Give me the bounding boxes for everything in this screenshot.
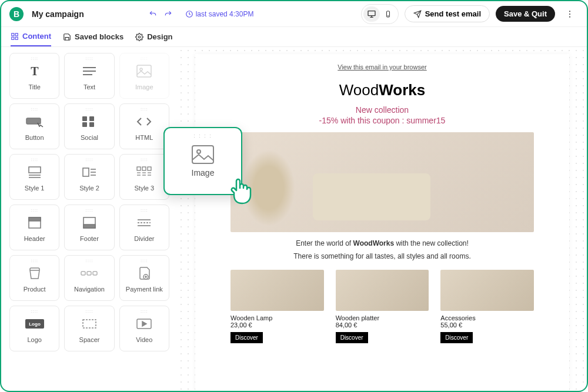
clock-icon: [185, 10, 193, 18]
intro-text-2: There is something for all tastes, all s…: [230, 252, 534, 260]
tab-design[interactable]: Design: [135, 32, 172, 46]
undo-icon[interactable]: [149, 10, 157, 18]
svg-rect-23: [29, 167, 41, 173]
block-image[interactable]: :::: Image: [119, 53, 169, 99]
block-video[interactable]: :::: Video: [119, 306, 169, 351]
svg-rect-26: [83, 168, 89, 176]
product-price: 55,00 €: [440, 321, 534, 329]
dragged-block-image[interactable]: : : : : Image: [163, 127, 242, 195]
block-label: Divider: [134, 235, 154, 242]
svg-rect-30: [137, 167, 141, 170]
image-icon: [136, 61, 152, 81]
block-title[interactable]: :::: T Title: [9, 53, 59, 99]
topbar: B My campaign last saved 4:30PM Send tes…: [1, 1, 587, 27]
content-icon: [11, 32, 19, 41]
save-quit-button[interactable]: Save & Quit: [496, 6, 555, 22]
block-divider[interactable]: :::: Divider: [119, 205, 169, 250]
dragged-block-label: Image: [192, 168, 215, 177]
block-label: Style 1: [25, 185, 45, 192]
svg-rect-10: [15, 37, 18, 39]
block-style2[interactable]: :::: Style 2: [64, 154, 114, 200]
product-card: Wooden Lamp 23,00 € Discover: [230, 270, 324, 343]
video-icon: [136, 314, 152, 334]
svg-rect-32: [148, 167, 151, 170]
sidebar-tabs: Content Saved blocks Design: [1, 27, 587, 47]
intro-text: Enter the world of WoodWorks with the ne…: [230, 239, 534, 247]
block-label: Title: [28, 83, 40, 91]
block-payment-link[interactable]: :::: Payment link: [119, 255, 169, 301]
block-navigation[interactable]: :::: Navigation: [64, 255, 114, 301]
divider-icon: [136, 213, 152, 233]
email-canvas[interactable]: View this email in your browser WoodWork…: [195, 54, 569, 390]
promo-line-2: -15% with this coupon : summer15: [230, 116, 534, 125]
svg-rect-18: [26, 118, 41, 124]
footer-icon: [82, 213, 96, 233]
discover-button[interactable]: Discover: [440, 332, 473, 343]
redo-icon[interactable]: [164, 10, 172, 18]
svg-point-17: [140, 68, 142, 71]
block-button[interactable]: :::: Button: [9, 103, 59, 149]
block-label: HTML: [135, 134, 153, 141]
block-spacer[interactable]: :::: Spacer: [64, 306, 114, 351]
hero-image: [230, 132, 534, 232]
product-name: Wooden platter: [336, 314, 429, 321]
send-test-button[interactable]: Send test email: [405, 5, 490, 22]
more-menu-button[interactable]: [561, 5, 579, 23]
block-footer[interactable]: :::: Footer: [64, 205, 114, 250]
block-html[interactable]: :::: HTML: [119, 103, 169, 149]
block-label: Header: [24, 235, 45, 242]
payment-icon: [138, 263, 151, 283]
pointer-hand-icon: [228, 176, 254, 205]
block-label: Button: [25, 134, 44, 141]
svg-rect-40: [29, 217, 41, 221]
desktop-view-button[interactable]: [363, 6, 380, 22]
tab-saved-label: Saved blocks: [75, 32, 123, 41]
discover-button[interactable]: Discover: [230, 332, 263, 343]
svg-rect-7: [12, 33, 14, 35]
mobile-view-button[interactable]: [380, 6, 396, 22]
block-label: Video: [136, 336, 152, 343]
save-icon: [63, 33, 71, 41]
tab-content-label: Content: [22, 32, 51, 41]
block-grid: :::: T Title :::: Text :::: Image :::: B…: [9, 53, 169, 351]
blocks-sidebar: :::: T Title :::: Text :::: Image :::: B…: [1, 47, 178, 390]
product-image: [230, 270, 324, 311]
discover-button[interactable]: Discover: [336, 332, 368, 343]
block-label: Text: [83, 83, 95, 91]
block-label: Image: [135, 83, 153, 91]
block-style1[interactable]: :::: Style 1: [9, 154, 59, 200]
navigation-icon: [81, 263, 98, 283]
block-logo[interactable]: :::: Logo Logo: [9, 306, 59, 351]
svg-point-3: [387, 15, 388, 16]
promo-line-1: New collection: [230, 105, 534, 115]
tab-saved-blocks[interactable]: Saved blocks: [63, 32, 123, 46]
svg-rect-20: [89, 116, 94, 121]
block-label: Product: [24, 286, 46, 293]
tab-design-label: Design: [147, 32, 172, 41]
block-social[interactable]: :::: Social: [64, 103, 114, 149]
block-style3[interactable]: :::: Style 3: [119, 154, 169, 200]
view-in-browser-link[interactable]: View this email in your browser: [230, 63, 534, 71]
gear-icon: [135, 33, 143, 41]
product-image: [336, 270, 429, 311]
title-icon: T: [28, 61, 42, 81]
block-header[interactable]: :::: Header: [9, 205, 59, 250]
svg-rect-21: [82, 122, 87, 127]
svg-rect-1: [368, 11, 375, 15]
block-label: Payment link: [126, 286, 163, 293]
block-text[interactable]: :::: Text: [64, 53, 114, 99]
svg-rect-52: [83, 320, 96, 328]
header-icon: [28, 213, 42, 233]
svg-point-4: [569, 11, 570, 12]
block-label: Spacer: [79, 336, 100, 343]
svg-point-56: [197, 150, 201, 153]
button-icon: [26, 112, 44, 132]
app-frame: B My campaign last saved 4:30PM Send tes…: [0, 0, 588, 392]
canvas-area[interactable]: View this email in your browser WoodWork…: [178, 47, 587, 390]
block-product[interactable]: :::: Product: [9, 255, 59, 301]
svg-point-11: [138, 36, 141, 38]
tab-content[interactable]: Content: [11, 32, 51, 46]
svg-point-5: [569, 14, 570, 15]
svg-text:T: T: [31, 65, 39, 78]
logo-icon: Logo: [25, 314, 45, 334]
